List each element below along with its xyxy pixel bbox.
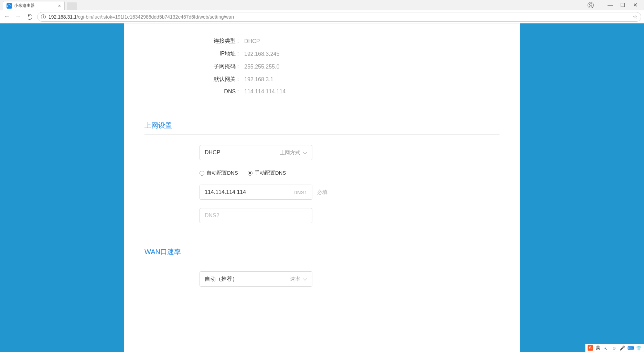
tab-close-icon[interactable]: ×	[58, 3, 61, 9]
ime-toolbar[interactable]: S 英 •, ☺ 🎤 ⌨ 👕	[585, 344, 644, 352]
ime-skin-icon[interactable]: 👕	[636, 345, 642, 351]
ime-punct-icon[interactable]: •,	[603, 345, 609, 351]
window-controls: — ☐ ✕	[588, 0, 644, 10]
dns2-input[interactable]	[205, 213, 307, 219]
wan-speed-select[interactable]: 自动（推荐） 速率	[200, 271, 312, 287]
info-row-dns: DNS : 114.114.114.114	[144, 89, 500, 95]
dns2-input-wrapper	[200, 208, 312, 223]
info-value: DHCP	[244, 38, 260, 44]
ime-lang-label[interactable]: 英	[596, 345, 600, 351]
radio-auto-dns[interactable]: 自动配置DNS	[200, 170, 238, 176]
network-info-section: 连接类型 : DHCP IP地址 : 192.168.3.245 子网掩码 : …	[144, 27, 500, 114]
info-label: IP地址 :	[144, 50, 244, 58]
section-title-wan-speed: WAN口速率	[144, 247, 500, 261]
tab-favicon-icon	[7, 3, 12, 9]
info-value: 255.255.255.0	[244, 64, 279, 70]
info-row-subnet: 子网掩码 : 255.255.255.0	[144, 63, 500, 70]
tab-title: 小米路由器	[14, 3, 35, 9]
info-row-connection-type: 连接类型 : DHCP	[144, 38, 500, 45]
info-row-gateway: 默认网关 : 192.168.3.1	[144, 76, 500, 83]
browser-tab-inactive[interactable]	[67, 2, 77, 10]
ime-emoji-icon[interactable]: ☺	[611, 345, 617, 351]
connection-mode-select[interactable]: DHCP 上网方式	[200, 145, 312, 160]
page-background: 连接类型 : DHCP IP地址 : 192.168.3.245 子网掩码 : …	[0, 23, 644, 352]
window-maximize-icon[interactable]: ☐	[620, 2, 625, 8]
chevron-down-icon	[303, 277, 307, 281]
wan-speed-block: 自动（推荐） 速率	[144, 261, 500, 287]
radio-icon	[248, 171, 253, 176]
browser-toolbar: ← → i 192.168.31.1/cgi-bin/luci/;stok=19…	[0, 10, 644, 23]
dns-mode-radio-group: 自动配置DNS 手动配置DNS	[200, 170, 500, 176]
window-minimize-icon[interactable]: —	[608, 2, 613, 8]
url-bar[interactable]: i 192.168.31.1/cgi-bin/luci/;stok=191f1e…	[37, 12, 641, 22]
chevron-down-icon	[303, 151, 307, 155]
radio-label: 自动配置DNS	[206, 170, 238, 176]
radio-manual-dns[interactable]: 手动配置DNS	[248, 170, 286, 176]
browser-tab-bar: 小米路由器 × — ☐ ✕	[0, 0, 644, 10]
bookmark-star-icon[interactable]: ☆	[633, 13, 637, 20]
select-label: 上网方式	[280, 149, 300, 156]
select-label: 速率	[290, 276, 300, 282]
dns1-input[interactable]	[205, 189, 293, 195]
window-close-icon[interactable]: ✕	[632, 2, 638, 8]
dns1-row: DNS1 必填	[200, 185, 500, 200]
info-label: DNS :	[144, 89, 244, 95]
info-value: 192.168.3.245	[244, 51, 279, 57]
radio-icon	[200, 171, 204, 176]
info-value: 192.168.3.1	[244, 76, 273, 83]
account-icon[interactable]	[588, 2, 594, 8]
dns2-row	[200, 208, 500, 223]
dns1-suffix-label: DNS1	[293, 189, 307, 195]
dns1-input-wrapper: DNS1	[200, 185, 312, 200]
nav-back-icon[interactable]: ←	[3, 13, 11, 20]
ime-voice-icon[interactable]: 🎤	[620, 345, 625, 351]
dns1-hint: 必填	[317, 189, 328, 196]
info-value: 114.114.114.114	[244, 89, 286, 95]
url-text: 192.168.31.1/cgi-bin/luci/;stok=191f1e16…	[49, 14, 633, 20]
nav-reload-icon[interactable]	[27, 14, 32, 20]
section-title-internet: 上网设置	[144, 121, 500, 135]
info-row-ip: IP地址 : 192.168.3.245	[144, 50, 500, 58]
radio-label: 手动配置DNS	[255, 170, 286, 176]
info-label: 连接类型 :	[144, 38, 244, 45]
content-panel: 连接类型 : DHCP IP地址 : 192.168.3.245 子网掩码 : …	[124, 23, 520, 352]
info-label: 子网掩码 :	[144, 63, 244, 70]
info-label: 默认网关 :	[144, 76, 244, 83]
site-info-icon[interactable]: i	[41, 14, 46, 19]
select-value: 自动（推荐）	[205, 276, 238, 283]
internet-settings-block: DHCP 上网方式 自动配置DNS 手动配置DNS DNS1	[144, 135, 500, 240]
browser-tab-active[interactable]: 小米路由器 ×	[3, 1, 65, 10]
ime-keyboard-icon[interactable]: ⌨	[628, 345, 633, 351]
ime-logo-icon[interactable]: S	[588, 345, 593, 351]
select-value: DHCP	[205, 149, 220, 156]
nav-forward-icon[interactable]: →	[14, 13, 22, 20]
